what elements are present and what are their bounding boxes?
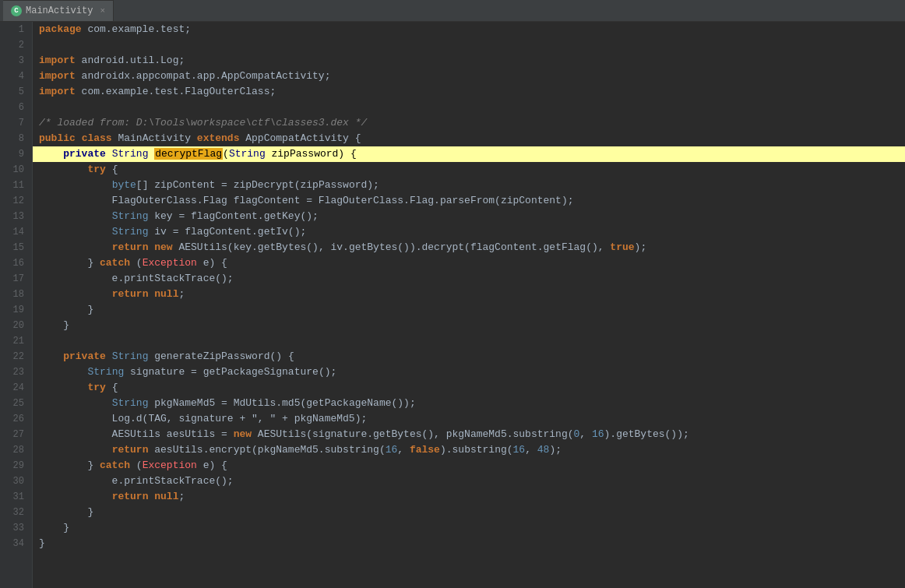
code-line: String pkgNameMd5 = MdUtils.md5(getPacka… [33,396,905,411]
code-line: return aesUtils.encrypt(pkgNameMd5.subst… [33,442,905,458]
code-line: return new AESUtils(key.getBytes(), iv.g… [33,240,905,255]
line-number: 13 [8,209,24,224]
line-number: 14 [8,224,24,240]
line-number: 10 [8,162,24,178]
code-line: try { [33,162,905,178]
code-line: /* loaded from: D:\Tools\workspace\ctf\c… [33,115,905,131]
file-tab[interactable]: C MainActivity × [3,0,114,21]
code-line: try { [33,380,905,396]
line-number: 22 [8,349,24,364]
code-line: byte[] zipContent = zipDecrypt(zipPasswo… [33,178,905,193]
tab-class-icon: C [11,5,22,16]
code-line: } catch (Exception e) { [33,255,905,271]
code-line: private String decryptFlag(String zipPas… [33,146,905,162]
code-line: package com.example.test; [33,22,905,37]
line-number: 19 [8,302,24,318]
code-line: String iv = flagContent.getIv(); [33,224,905,240]
line-number: 15 [8,240,24,255]
code-line: } [33,520,905,536]
line-number: 8 [8,131,24,146]
line-number: 28 [8,442,24,458]
code-line: return null; [33,489,905,505]
code-line: public class MainActivity extends AppCom… [33,131,905,146]
code-line: } [33,318,905,333]
tab-title: MainActivity [26,5,93,16]
tab-close-icon[interactable]: × [100,6,105,16]
code-line: } [33,536,905,551]
line-number: 6 [8,100,24,115]
code-line: import androidx.appcompat.app.AppCompatA… [33,69,905,84]
code-line: } [33,505,905,520]
line-number: 23 [8,364,24,380]
code-line: FlagOuterClass.Flag flagContent = FlagOu… [33,193,905,209]
code-line: return null; [33,287,905,302]
code-line [33,100,905,115]
line-number: 31 [8,489,24,505]
line-number: 4 [8,69,24,84]
code-line: } catch (Exception e) { [33,458,905,474]
code-line: } [33,302,905,318]
line-number: 33 [8,520,24,536]
line-number: 34 [8,536,24,551]
line-number: 30 [8,474,24,489]
line-number: 1 [8,22,24,37]
line-number: 24 [8,380,24,396]
line-number: 27 [8,427,24,442]
line-number: 16 [8,255,24,271]
code-line: Log.d(TAG, signature + ", " + pkgNameMd5… [33,411,905,427]
line-number: 3 [8,53,24,69]
line-number: 11 [8,178,24,193]
line-number: 18 [8,287,24,302]
line-number: 17 [8,271,24,287]
tab-bar: C MainActivity × [0,0,905,22]
line-number: 25 [8,396,24,411]
line-number: 12 [8,193,24,209]
code-line: AESUtils aesUtils = new AESUtils(signatu… [33,427,905,442]
code-line [33,333,905,349]
line-number: 29 [8,458,24,474]
line-number: 5 [8,84,24,100]
code-line: import android.util.Log; [33,53,905,69]
line-number: 21 [8,333,24,349]
line-number: 32 [8,505,24,520]
line-number: 7 [8,115,24,131]
code-line: String key = flagContent.getKey(); [33,209,905,224]
line-number: 9 [8,146,24,162]
line-number: 2 [8,37,24,53]
code-line: e.printStackTrace(); [33,474,905,489]
line-number: 20 [8,318,24,333]
code-line: e.printStackTrace(); [33,271,905,287]
line-number: 26 [8,411,24,427]
code-line: String signature = getPackageSignature()… [33,364,905,380]
code-line: import com.example.test.FlagOuterClass; [33,84,905,100]
code-editor: 1234567891011121314151617181920212223242… [0,22,905,588]
code-line: private String generateZipPassword() { [33,349,905,364]
line-number-gutter: 1234567891011121314151617181920212223242… [0,22,33,588]
code-line [33,37,905,53]
code-content: package com.example.test; import android… [33,22,905,588]
